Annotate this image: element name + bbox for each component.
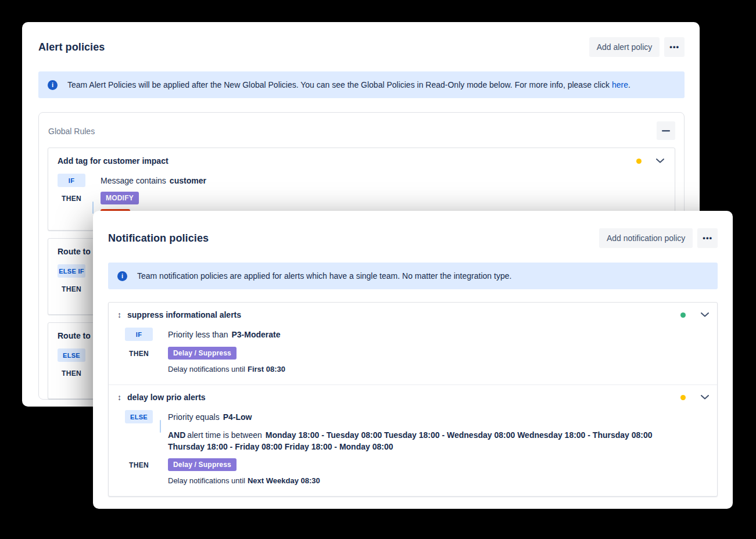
policy-name: suppress informational alerts	[127, 310, 241, 319]
notification-policy-row: ↕ suppress informational alerts IF Prior…	[109, 303, 717, 385]
notification-policy-row: ↕ delay low prio alerts ELSE Priority eq…	[109, 385, 717, 496]
action-detail-row: Delay notifications untilFirst 08:30	[125, 364, 710, 374]
alert-header-actions: Add alert policy •••	[589, 37, 685, 57]
chevron-down-icon	[701, 312, 709, 317]
info-icon: i	[48, 80, 58, 90]
banner-here-link[interactable]: here	[612, 80, 628, 89]
action-detail-text: Delay notifications untilFirst 08:30	[168, 364, 710, 374]
condition-text: Priority less thanP3-Moderate	[168, 328, 710, 340]
rule-name: Add tag for customer impact	[58, 156, 169, 166]
delay-suppress-badge: Delay / Suppress	[168, 458, 237, 471]
then-row: THEN MODIFY	[58, 192, 665, 204]
global-rules-header: Global Rules	[48, 121, 675, 140]
condition-label: Message contains	[101, 176, 166, 185]
expand-policy-button[interactable]	[700, 311, 710, 318]
info-icon: i	[117, 271, 127, 281]
action-detail-value: First 08:30	[248, 365, 285, 373]
rule-header: Add tag for customer impact	[58, 156, 665, 166]
page-background: Alert policies Add alert policy ••• i Te…	[0, 0, 756, 539]
action-cell: Delay / Suppress	[168, 347, 710, 360]
then-row: THEN Delay / Suppress	[125, 458, 710, 471]
condition-value: customer	[170, 176, 206, 185]
global-rules-title: Global Rules	[48, 121, 95, 136]
alert-info-banner: i Team Alert Policies will be applied af…	[38, 71, 685, 98]
if-badge: IF	[125, 328, 153, 341]
else-if-badge: ELSE IF	[58, 264, 85, 278]
page-title: Alert policies	[38, 41, 105, 53]
more-options-icon[interactable]: •••	[697, 228, 718, 248]
and-condition-text: ANDalert time is betweenMonday 18:00 - T…	[168, 428, 659, 452]
policy-name: delay low prio alerts	[127, 393, 206, 402]
notification-banner-text: Team notification policies are applied f…	[137, 270, 511, 282]
condition-label: Priority less than	[168, 330, 228, 339]
minus-icon	[662, 130, 670, 132]
then-label: THEN	[125, 458, 153, 469]
if-badge: IF	[58, 174, 85, 187]
action-detail-row: Delay notifications untilNext Weekday 08…	[125, 476, 710, 486]
bullet-cell	[153, 428, 168, 452]
condition-label: Priority equals	[168, 412, 220, 422]
status-dot	[636, 159, 642, 164]
bullet-cell-with-connector	[153, 410, 168, 423]
drag-handle-icon[interactable]: ↕	[117, 310, 121, 319]
condition-value: P3-Moderate	[231, 330, 280, 339]
delay-suppress-badge: Delay / Suppress	[168, 347, 237, 360]
modify-action-badge: MODIFY	[101, 192, 139, 204]
rule-name: Route to p	[58, 247, 98, 256]
else-badge: ELSE	[58, 348, 85, 362]
condition-row: IF Message containscustomer	[58, 174, 665, 187]
condition-value: P4-Low	[223, 412, 252, 422]
banner-text-suffix: .	[628, 80, 630, 89]
action-cell: Delay / Suppress	[168, 458, 710, 471]
action-detail-text: Delay notifications untilNext Weekday 08…	[168, 476, 710, 486]
chevron-down-icon	[701, 395, 709, 400]
collapse-button[interactable]	[657, 121, 675, 140]
notification-policies-panel: Notification policies Add notification p…	[93, 211, 733, 509]
chevron-down-icon	[656, 159, 664, 163]
bullet-cell-with-connector	[85, 192, 101, 204]
rule-name: Route to S	[58, 331, 98, 340]
then-label: THEN	[58, 282, 85, 293]
notification-policies-list: ↕ suppress informational alerts IF Prior…	[108, 302, 718, 497]
alert-banner-text: Team Alert Policies will be applied afte…	[67, 79, 630, 91]
bullet-cell	[153, 328, 168, 341]
banner-text-part: Team Alert Policies will be applied afte…	[67, 80, 612, 89]
then-label: THEN	[125, 347, 153, 358]
notification-header-actions: Add notification policy •••	[599, 228, 718, 248]
status-dot	[680, 312, 686, 318]
policy-header: ↕ suppress informational alerts	[116, 310, 710, 319]
drag-handle-icon[interactable]: ↕	[117, 393, 121, 402]
bullet-cell	[85, 174, 101, 187]
notification-info-banner: i Team notification policies are applied…	[108, 263, 718, 289]
action-cell: MODIFY	[101, 192, 665, 204]
and-label: AND	[168, 430, 185, 440]
then-label: THEN	[58, 192, 85, 203]
bullet-cell	[153, 347, 168, 360]
alert-panel-header: Alert policies Add alert policy •••	[38, 37, 685, 57]
then-label: THEN	[58, 366, 85, 378]
add-notification-policy-button[interactable]: Add notification policy	[599, 228, 693, 248]
expand-rule-button[interactable]	[655, 157, 665, 164]
page-title: Notification policies	[108, 232, 209, 245]
status-dot	[680, 395, 686, 400]
notification-panel-header: Notification policies Add notification p…	[108, 228, 718, 248]
condition-text: Priority equalsP4-Low	[168, 410, 710, 423]
condition-row: IF Priority less thanP3-Moderate	[125, 328, 710, 341]
then-row: THEN Delay / Suppress	[125, 347, 710, 360]
action-detail-label: Delay notifications until	[168, 476, 245, 485]
policy-header: ↕ delay low prio alerts	[116, 393, 710, 402]
else-badge: ELSE	[125, 410, 153, 423]
and-condition-label: alert time is between	[187, 430, 261, 440]
add-alert-policy-button[interactable]: Add alert policy	[589, 37, 660, 57]
action-detail-label: Delay notifications until	[168, 365, 245, 373]
and-condition-row: ANDalert time is betweenMonday 18:00 - T…	[125, 428, 710, 452]
expand-policy-button[interactable]	[700, 394, 710, 401]
condition-text: Message containscustomer	[101, 174, 665, 186]
action-detail-value: Next Weekday 08:30	[248, 476, 320, 485]
condition-row: ELSE Priority equalsP4-Low	[125, 410, 710, 423]
more-options-icon[interactable]: •••	[664, 37, 685, 57]
bullet-cell	[153, 458, 168, 471]
